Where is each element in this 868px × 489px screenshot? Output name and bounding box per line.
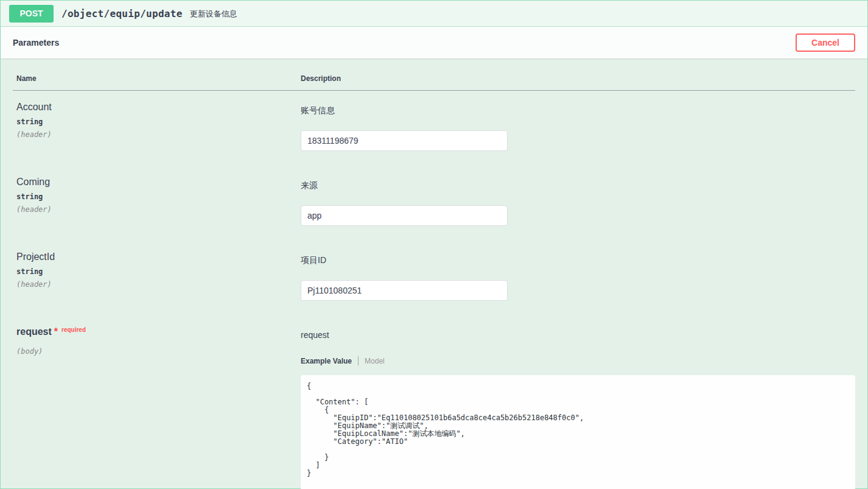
param-description-cell: 项目ID (297, 241, 855, 315)
required-label: required (61, 326, 86, 333)
http-method-badge: POST (9, 5, 54, 23)
required-star: * (54, 326, 58, 337)
param-name: ProjectId (16, 252, 297, 262)
param-description: 账号信息 (301, 102, 855, 116)
parameters-title: Parameters (13, 38, 59, 47)
param-name-cell: request*required (body) (13, 315, 297, 489)
tab-example-value[interactable]: Example Value (301, 357, 352, 365)
param-name-cell: Coming string (header) (13, 166, 297, 241)
column-header-description: Description (297, 58, 855, 91)
endpoint-path: /object/equip/update (61, 8, 183, 19)
projectid-input[interactable] (301, 280, 508, 301)
param-name: Account (16, 102, 297, 113)
param-description-cell: request Example Value Model { "Content":… (297, 315, 855, 489)
param-description-cell: 来源 (297, 166, 855, 241)
param-type: string (16, 267, 297, 276)
coming-input[interactable] (301, 205, 508, 226)
tab-divider (358, 356, 359, 365)
param-description: 来源 (301, 177, 855, 191)
parameters-table: Name Description Account string (header)… (13, 58, 855, 489)
endpoint-summary: 更新设备信息 (190, 9, 237, 19)
parameters-body: Name Description Account string (header)… (1, 58, 867, 489)
param-row-request: request*required (body) request Example … (13, 315, 855, 489)
param-name: Coming (16, 177, 297, 188)
param-row-coming: Coming string (header) 来源 (13, 166, 855, 241)
account-input[interactable] (301, 130, 508, 151)
param-type: string (16, 118, 297, 126)
param-location: (body) (16, 347, 297, 356)
cancel-button[interactable]: Cancel (796, 33, 855, 52)
param-type: string (16, 192, 297, 201)
param-location: (header) (16, 280, 297, 289)
model-example-tabs: Example Value Model (301, 356, 855, 365)
column-header-name: Name (13, 58, 297, 91)
param-description-cell: 账号信息 (297, 91, 855, 166)
param-location: (header) (16, 205, 297, 214)
param-row-projectid: ProjectId string (header) 项目ID (13, 241, 855, 315)
table-header-row: Name Description (13, 58, 855, 91)
param-row-account: Account string (header) 账号信息 (13, 91, 855, 166)
example-value-code-block: { "Content": [ { "EquipID":"Eq1101080251… (301, 375, 855, 489)
post-operation-block: POST /object/equip/update 更新设备信息 Paramet… (0, 0, 868, 489)
param-name: request*required (16, 326, 297, 337)
param-name-cell: Account string (header) (13, 91, 297, 166)
param-name-cell: ProjectId string (header) (13, 241, 297, 315)
parameters-section-header: Parameters Cancel (1, 27, 867, 58)
param-location: (header) (16, 130, 297, 139)
operation-summary-bar[interactable]: POST /object/equip/update 更新设备信息 (1, 1, 867, 27)
param-description: 项目ID (301, 252, 855, 266)
param-description: request (301, 326, 855, 340)
tab-model[interactable]: Model (365, 357, 385, 365)
